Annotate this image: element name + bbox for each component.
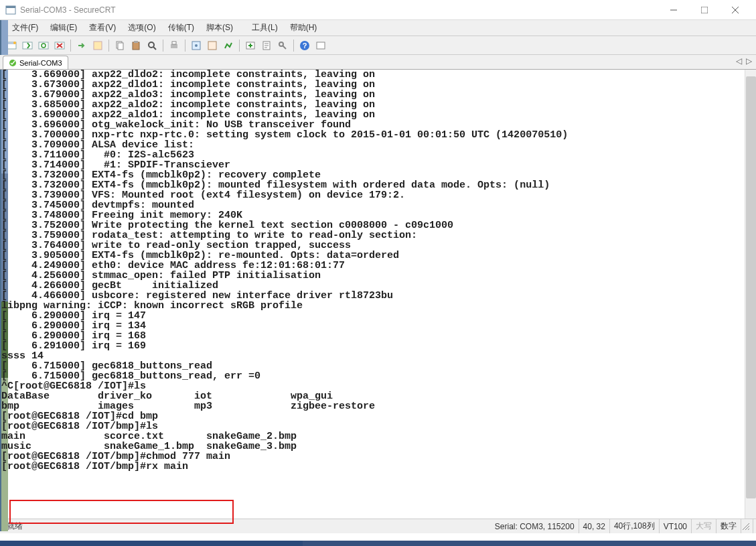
connected-icon <box>9 59 17 67</box>
about-icon[interactable] <box>313 38 328 53</box>
key-icon[interactable] <box>275 38 290 53</box>
tab-nav: ◁ ▷ <box>735 56 753 66</box>
resize-grip-icon[interactable] <box>741 519 753 533</box>
svg-point-8 <box>13 42 16 44</box>
terminal-output[interactable]: [ 3.669000] axp22_dldo2: incomplete cons… <box>0 70 745 472</box>
quick-connect-icon[interactable] <box>20 38 35 53</box>
svg-rect-23 <box>172 42 176 44</box>
tab-prev-icon[interactable]: ◁ <box>735 56 743 66</box>
script-icon[interactable] <box>259 38 274 53</box>
session-options-icon[interactable] <box>189 38 204 53</box>
disconnect-icon[interactable] <box>52 38 67 53</box>
svg-rect-18 <box>133 42 139 50</box>
svg-rect-19 <box>134 41 138 43</box>
tab-label: Serial-COM3 <box>19 59 62 67</box>
toolbar: ? <box>0 36 756 55</box>
scroll-thumb[interactable] <box>746 76 756 498</box>
menu-file[interactable]: 文件(F) <box>7 21 44 35</box>
trace-icon[interactable] <box>221 38 236 53</box>
menu-script[interactable]: 脚本(S) <box>201 21 238 35</box>
close-button[interactable] <box>720 0 751 20</box>
svg-rect-3 <box>701 7 708 13</box>
titlebar: Serial-COM3 - SecureCRT <box>0 0 756 20</box>
status-emulation: VT100 <box>660 519 692 533</box>
menu-edit[interactable]: 编辑(E) <box>45 21 82 35</box>
svg-line-21 <box>153 47 156 50</box>
svg-rect-15 <box>94 42 102 50</box>
menu-transfer[interactable]: 传输(T) <box>163 21 200 35</box>
status-serial: Serial: COM3, 115200 <box>491 519 579 533</box>
svg-rect-17 <box>118 43 123 50</box>
svg-text:?: ? <box>303 42 307 50</box>
statusbar: 就绪 Serial: COM3, 115200 40, 32 40行,108列 … <box>0 519 756 533</box>
svg-point-20 <box>149 42 154 48</box>
print-icon[interactable] <box>167 38 181 53</box>
enter-icon[interactable] <box>74 38 89 53</box>
tab-serial-com3[interactable]: Serial-COM3 <box>3 56 68 69</box>
status-ready: 就绪 <box>3 519 43 533</box>
new-session-icon[interactable] <box>243 38 258 53</box>
tab-next-icon[interactable]: ▷ <box>745 56 753 66</box>
paste-icon[interactable] <box>129 38 143 53</box>
menu-view[interactable]: 查看(V) <box>84 21 121 35</box>
properties-icon[interactable] <box>90 38 105 53</box>
maximize-button[interactable] <box>689 0 720 20</box>
global-options-icon[interactable] <box>205 38 220 53</box>
menu-options[interactable]: 选项(O) <box>123 21 161 35</box>
help-icon[interactable]: ? <box>297 38 312 53</box>
scrollbar[interactable] <box>745 70 756 519</box>
menu-tools[interactable]: 工具(L) <box>246 21 283 35</box>
svg-rect-26 <box>208 42 216 50</box>
window-title: Serial-COM3 - SecureCRT <box>20 5 658 15</box>
status-cursor: 40, 32 <box>579 519 610 533</box>
find-icon[interactable] <box>145 38 159 53</box>
menu-help[interactable]: 帮助(H) <box>285 21 323 35</box>
svg-rect-22 <box>171 44 177 48</box>
svg-rect-1 <box>6 6 15 8</box>
status-caps: 大写 <box>692 519 716 533</box>
copy-icon[interactable] <box>112 38 127 53</box>
reconnect-icon[interactable] <box>36 38 51 53</box>
tabbar: Serial-COM3 ◁ ▷ <box>0 55 756 70</box>
svg-point-25 <box>195 44 198 47</box>
menubar: 文件(F) 编辑(E) 查看(V) 选项(O) 传输(T) 脚本(S) 工具(L… <box>0 20 756 36</box>
app-icon <box>5 5 16 15</box>
svg-rect-33 <box>317 42 325 49</box>
status-size: 40行,108列 <box>610 519 660 533</box>
status-num: 数字 <box>716 519 741 533</box>
svg-line-30 <box>283 46 286 49</box>
minimize-button[interactable] <box>658 0 689 20</box>
